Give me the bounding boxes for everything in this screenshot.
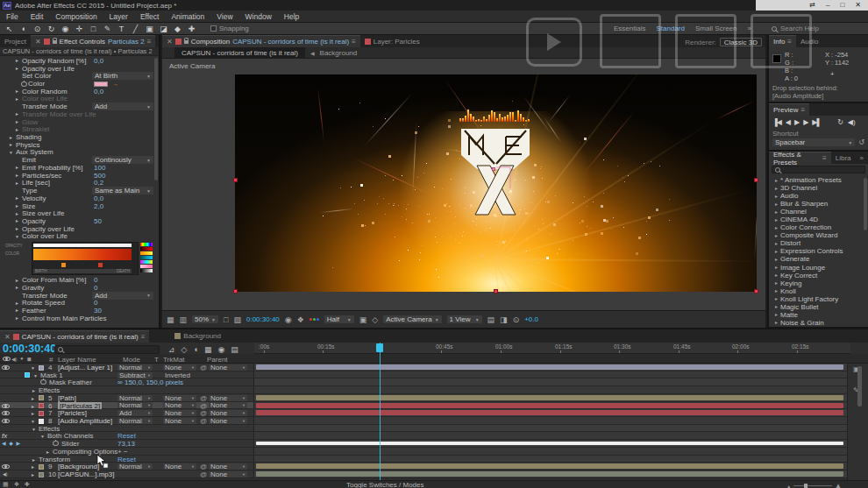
toggle-switches-modes-button[interactable]: Toggle Switches / Modes bbox=[346, 481, 424, 488]
visibility-eye-icon[interactable] bbox=[2, 419, 10, 423]
visibility-eye-icon[interactable] bbox=[2, 404, 10, 408]
stopwatch-icon[interactable] bbox=[53, 441, 59, 446]
twirl-icon[interactable]: ► bbox=[774, 304, 780, 309]
current-time-display[interactable]: 0:00:30:40 bbox=[3, 343, 56, 355]
layer-row[interactable]: ►5[Path]Normal▼None▼@None▼ bbox=[0, 394, 847, 402]
workspace-small-screen[interactable]: Small Screen bbox=[695, 25, 737, 32]
visibility-eye-icon[interactable] bbox=[2, 411, 10, 415]
gradient-preset-swatch[interactable] bbox=[140, 256, 153, 259]
property-value[interactable]: ∞ 150,0, 150,0 pixels bbox=[117, 378, 183, 386]
twirl-icon[interactable]: ► bbox=[15, 226, 20, 231]
region-of-interest-icon[interactable]: □ bbox=[224, 315, 228, 324]
twirl-icon[interactable]: ► bbox=[774, 233, 780, 238]
shape-tool-icon[interactable]: □ bbox=[87, 25, 100, 33]
tab-audio[interactable]: Audio bbox=[796, 35, 822, 47]
stopwatch-icon[interactable] bbox=[21, 81, 27, 87]
subtab-prev-icon[interactable]: ◀ bbox=[310, 50, 315, 56]
first-frame-button[interactable]: ▐◀ bbox=[772, 118, 781, 126]
reset-link[interactable]: Reset bbox=[117, 432, 136, 440]
layer-name[interactable]: [Audio Amplitude] bbox=[58, 417, 112, 425]
effect-property-row[interactable]: ►Opacity Random [%]0,0 bbox=[0, 57, 154, 65]
twirl-icon[interactable]: ► bbox=[15, 111, 20, 117]
tab-timeline-comp[interactable]: ✕ CAPSUN - corridors of time (is it real… bbox=[0, 330, 149, 343]
twirl-icon[interactable]: ► bbox=[15, 315, 20, 321]
twirl-icon[interactable]: ► bbox=[15, 58, 20, 63]
view-dropdown[interactable]: Active Camera▼ bbox=[383, 315, 441, 323]
gradient-preset-swatch[interactable] bbox=[140, 269, 153, 272]
menu-help[interactable]: Help bbox=[278, 12, 305, 21]
expand-transfer-controls-icon[interactable]: ❖ bbox=[14, 481, 19, 488]
effect-property-row[interactable]: ►Gravity0 bbox=[0, 284, 154, 292]
puppet-pin-tool-icon[interactable]: ✚ bbox=[185, 25, 198, 33]
blend-mode-dropdown[interactable]: Normal▼ bbox=[117, 402, 153, 408]
gradient-preset-swatch[interactable] bbox=[140, 251, 153, 255]
play-button[interactable]: ▶ bbox=[794, 118, 799, 126]
layer-color-chip[interactable] bbox=[39, 403, 44, 408]
twirl-icon[interactable]: ► bbox=[15, 308, 20, 313]
layer-duration-bar[interactable] bbox=[256, 471, 843, 477]
add-remove-buttons[interactable]: + − bbox=[117, 448, 128, 456]
transparency-grid-icon[interactable]: ▦ bbox=[167, 315, 174, 324]
twirl-icon[interactable]: ► bbox=[15, 127, 20, 132]
menu-composition[interactable]: Composition bbox=[49, 12, 103, 21]
column-header-#[interactable]: # bbox=[49, 356, 53, 364]
layer-name[interactable]: [CAPSUN...].mp3] bbox=[58, 470, 114, 478]
property-dropdown[interactable]: Continously▼ bbox=[92, 156, 153, 164]
property-value[interactable]: 0,0 bbox=[94, 194, 103, 202]
expand-inout-icon[interactable]: ✚ bbox=[25, 481, 30, 488]
next-frame-button[interactable]: ▶ bbox=[803, 118, 808, 126]
twirl-icon[interactable]: ► bbox=[46, 449, 50, 455]
twirl-icon[interactable]: ▼ bbox=[9, 150, 14, 155]
twirl-icon[interactable]: ► bbox=[774, 194, 780, 199]
comp-mini-flowchart-icon[interactable]: ⊿ bbox=[168, 345, 175, 354]
playhead-handle[interactable] bbox=[376, 343, 383, 352]
comp-time-display[interactable]: 0:00:30:40 bbox=[246, 315, 280, 323]
effects-scrollbar[interactable] bbox=[864, 178, 867, 230]
property-label[interactable]: Compositing Options bbox=[53, 448, 117, 456]
zoom-tool-icon[interactable]: ⊙ bbox=[31, 25, 44, 33]
effects-category-item[interactable]: ►Noise & Grain bbox=[769, 319, 868, 327]
pickwhip-icon[interactable]: @ bbox=[200, 470, 207, 478]
pickwhip-icon[interactable]: @ bbox=[200, 417, 207, 425]
twirl-icon[interactable]: ► bbox=[9, 135, 14, 140]
layer-duration-bar[interactable] bbox=[256, 442, 843, 445]
effects-category-item[interactable]: ►Channel bbox=[769, 208, 868, 216]
twirl-icon[interactable]: ► bbox=[31, 472, 35, 477]
effects-category-item[interactable]: ►Composite Wizard bbox=[769, 231, 868, 239]
brush-tool-icon[interactable]: ╱ bbox=[129, 25, 142, 33]
property-value[interactable]: 0,0 bbox=[94, 57, 103, 65]
twirl-icon[interactable]: ► bbox=[774, 288, 780, 294]
twirl-icon[interactable]: ► bbox=[774, 257, 780, 262]
eraser-tool-icon[interactable]: ◪ bbox=[157, 25, 170, 33]
effects-category-item[interactable]: ►* Animation Presets bbox=[769, 176, 868, 184]
tab-effect-controls[interactable]: ✕ Effect Controls Particulas 2 ≡ bbox=[31, 35, 156, 47]
layer-color-chip[interactable] bbox=[39, 395, 44, 400]
effects-category-item[interactable]: ►Audio bbox=[769, 192, 868, 200]
effect-controls-scrollbar[interactable] bbox=[154, 58, 158, 180]
gradient-preset-swatch[interactable] bbox=[140, 247, 153, 251]
video-column-icon[interactable] bbox=[3, 357, 11, 361]
clone-stamp-tool-icon[interactable]: ▣ bbox=[143, 25, 156, 33]
effects-category-item[interactable]: ►Magic Bullet bbox=[769, 303, 868, 311]
effect-property-row[interactable]: ►Feather30 bbox=[0, 307, 154, 315]
twirl-icon[interactable]: ► bbox=[774, 225, 780, 230]
layer-property-row[interactable]: fx▼Both ChannelsReset bbox=[0, 432, 847, 440]
pickwhip-icon[interactable]: @ bbox=[200, 394, 207, 402]
effect-property-row[interactable]: ►Physics bbox=[0, 141, 154, 149]
property-value[interactable]: 2,0 bbox=[94, 202, 103, 210]
close-icon[interactable]: ✕ bbox=[4, 333, 11, 341]
layer-handle[interactable] bbox=[754, 178, 758, 182]
menu-window[interactable]: Window bbox=[239, 12, 278, 21]
lock-column-icon[interactable]: ◼ bbox=[27, 356, 32, 362]
draft-3d-icon[interactable]: ◇ bbox=[181, 345, 188, 354]
color-ramp[interactable] bbox=[33, 249, 132, 260]
layer-property-row[interactable]: ►TransformReset bbox=[0, 456, 847, 463]
solo-column-icon[interactable]: ● bbox=[20, 356, 24, 361]
twirl-icon[interactable]: ▼ bbox=[31, 419, 35, 424]
previous-frame-button[interactable]: ◀ bbox=[786, 118, 790, 126]
effect-property-row[interactable]: ►Opacity over Life bbox=[0, 65, 154, 73]
twirl-icon[interactable]: ► bbox=[15, 173, 20, 178]
draft-3d-icon[interactable]: ◇ bbox=[372, 315, 378, 324]
twirl-icon[interactable]: ► bbox=[15, 88, 20, 94]
tab-project[interactable]: Project bbox=[0, 35, 31, 47]
